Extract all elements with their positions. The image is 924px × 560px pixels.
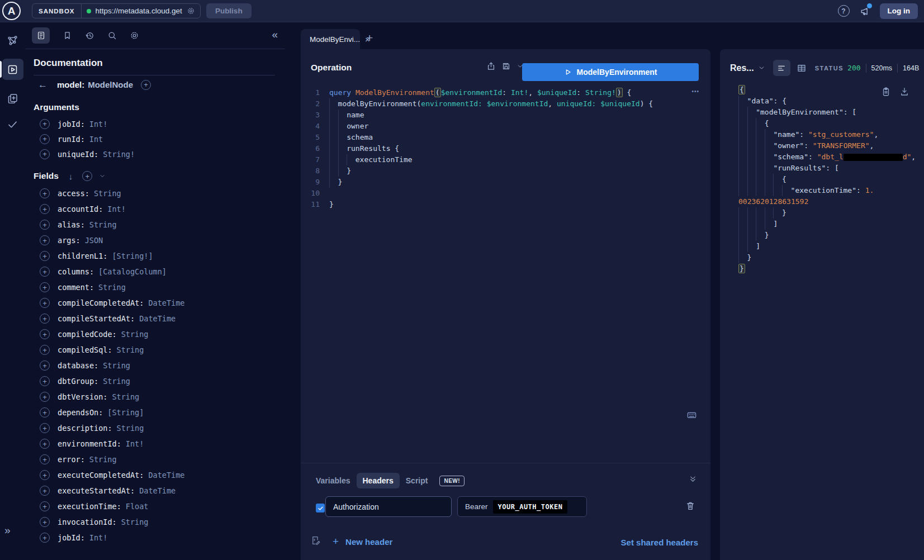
close-tab-icon[interactable]: × [365,35,370,44]
field-name[interactable]: accountId: [58,205,103,213]
model-type-name[interactable]: ModelNode [88,80,133,89]
edit-headers-as-text-icon[interactable] [311,535,321,545]
field-name[interactable]: dbtGroup: [58,377,98,386]
share-operation-icon[interactable] [486,61,496,71]
announcements-megaphone-icon[interactable] [859,6,870,17]
field-type[interactable]: [CatalogColumn] [98,267,167,276]
field-name[interactable]: dependsOn: [58,408,103,417]
copy-response-icon[interactable] [881,87,891,97]
login-button[interactable]: Log in [880,3,918,19]
apollo-logo[interactable]: A [2,2,21,20]
field-type[interactable]: DateTime [148,471,184,480]
keyboard-shortcuts-icon[interactable] [686,410,697,420]
add-to-query-icon[interactable]: + [40,439,50,449]
delete-header-icon[interactable] [685,501,695,511]
response-panel-title[interactable]: Res... [730,63,754,73]
field-name[interactable]: args: [58,236,80,245]
run-operation-button[interactable]: ModelByEnvironment [522,63,699,81]
download-response-icon[interactable] [899,87,909,97]
add-to-query-icon[interactable]: + [40,517,50,527]
add-to-query-icon[interactable]: + [40,423,50,433]
field-name[interactable]: runId: [58,135,85,144]
field-name[interactable]: jobId: [58,533,85,542]
tab-script[interactable]: Script [400,473,434,488]
add-to-query-icon[interactable]: + [40,454,50,464]
field-name[interactable]: description: [58,424,112,433]
add-to-query-icon[interactable]: + [40,470,50,480]
endpoint-url-segment[interactable]: https://metadata.cloud.get [82,4,200,18]
field-name[interactable]: uniqueId: [58,150,98,159]
tab-headers[interactable]: Headers [357,473,400,488]
field-type[interactable]: String [89,220,117,229]
field-type[interactable]: String [94,189,121,198]
field-type[interactable]: DateTime [139,314,176,323]
auth-token-value[interactable]: YOUR_AUTH_TOKEN [493,500,568,514]
explorer-nav-item[interactable] [0,58,25,80]
add-all-fields-icon[interactable]: + [82,171,92,181]
field-name[interactable]: childrenL1: [58,251,107,260]
set-shared-headers-link[interactable]: Set shared headers [621,538,698,547]
field-name[interactable]: dbtVersion: [58,392,107,401]
add-to-query-icon[interactable]: + [40,251,50,261]
field-name[interactable]: jobId: [58,120,85,129]
new-header-button[interactable]: + New header [333,535,392,548]
add-to-query-icon[interactable]: + [40,235,50,245]
field-name[interactable]: database: [58,361,98,370]
field-name[interactable]: error: [58,455,85,464]
field-type[interactable]: Int! [89,533,108,542]
collections-icon[interactable] [0,89,25,107]
field-type[interactable]: String [112,392,139,401]
add-to-query-icon[interactable]: + [40,134,50,144]
field-type[interactable]: String [121,518,149,526]
field-type[interactable]: String [98,283,126,292]
tab-variables[interactable]: Variables [310,473,357,488]
response-title-chevron-icon[interactable] [758,64,765,72]
settings-gear-icon[interactable] [130,31,139,40]
add-to-query-icon[interactable]: + [40,267,50,277]
operation-tab[interactable]: ModelByEnvi... × [301,29,360,49]
operation-more-options-icon[interactable]: ••• [691,88,699,94]
add-to-query-icon[interactable]: + [40,188,50,198]
field-type[interactable]: String [117,424,144,433]
publish-button[interactable]: Publish [206,3,252,18]
graphql-editor[interactable]: 1234567891011 query ModelByEnvironment($… [301,87,688,210]
add-to-query-icon[interactable]: + [40,486,50,496]
field-type[interactable]: Int! [107,205,126,213]
add-to-query-icon[interactable]: + [40,119,50,129]
field-name[interactable]: access: [58,189,89,198]
field-type[interactable]: Int [89,135,103,144]
expand-panel-icon[interactable]: » [4,525,11,535]
field-name[interactable]: executionTime: [58,502,121,511]
add-to-query-icon[interactable]: + [40,220,50,230]
editor-code[interactable]: query ModelByEnvironment($environmentId:… [329,87,653,210]
field-type[interactable]: String [121,330,149,339]
add-to-query-icon[interactable]: + [40,204,50,214]
endpoint-settings-gear-icon[interactable] [187,7,195,15]
field-type[interactable]: String [117,345,144,354]
add-to-query-icon[interactable]: + [40,392,50,402]
field-type[interactable]: String! [103,150,135,159]
documentation-tab-icon[interactable] [32,27,50,44]
search-icon[interactable] [107,31,117,40]
pretty-view-icon[interactable] [773,60,790,76]
add-to-query-icon[interactable]: + [40,360,50,371]
add-to-query-icon[interactable]: + [40,501,50,511]
header-key-input[interactable] [325,496,452,517]
add-to-query-icon[interactable]: + [40,376,50,386]
header-enabled-checkbox[interactable] [316,504,325,512]
field-type[interactable]: String [103,361,130,370]
add-to-query-icon[interactable]: + [40,314,50,324]
field-name[interactable]: comment: [58,283,94,292]
table-view-icon[interactable] [797,63,807,73]
save-operation-icon[interactable] [501,61,511,71]
field-type[interactable]: DateTime [139,486,176,495]
checks-icon[interactable] [0,115,25,133]
add-to-query-icon[interactable]: + [40,282,50,292]
schema-graph-icon[interactable] [0,31,25,49]
field-name[interactable]: compileCompletedAt: [58,298,144,307]
field-name[interactable]: alias: [58,220,85,229]
field-name[interactable]: invocationId: [58,518,117,526]
help-icon[interactable]: ? [838,5,850,17]
field-type[interactable]: Float [126,502,149,511]
sort-fields-icon[interactable]: ↓ [69,172,73,181]
